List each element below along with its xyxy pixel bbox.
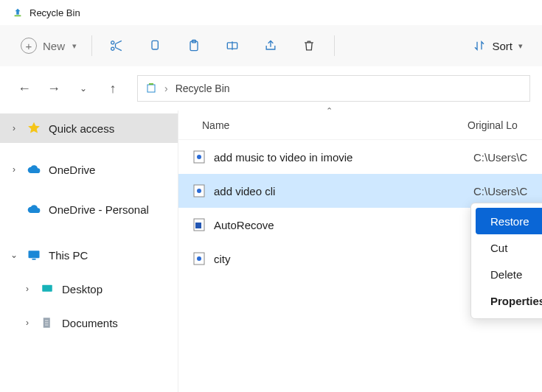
title-bar: Recycle Bin [0, 0, 542, 25]
share-button[interactable] [251, 31, 290, 60]
svg-rect-7 [29, 251, 40, 258]
file-name: AutoRecove [214, 219, 473, 231]
context-menu: Restore Cut Delete Properties [470, 203, 542, 319]
separator [91, 35, 92, 56]
table-row[interactable]: add music to video in imovie C:\Users\C [178, 140, 542, 174]
file-location: C:\Users\C [473, 185, 527, 197]
sidebar-item-this-pc[interactable]: ⌄ This PC [0, 240, 178, 270]
html-file-icon [190, 150, 208, 164]
copy-icon [148, 38, 163, 53]
chevron-down-icon: ⌄ [9, 250, 19, 260]
separator [334, 35, 335, 56]
word-file-icon [190, 218, 208, 231]
cloud-icon [27, 162, 41, 177]
recent-dropdown[interactable]: ⌄ [71, 76, 96, 101]
cut-button[interactable] [98, 31, 136, 60]
sidebar-item-quick-access[interactable]: › Quick access [0, 113, 178, 143]
svg-rect-9 [42, 285, 52, 292]
copy-button[interactable] [136, 31, 175, 60]
svg-rect-1 [152, 41, 158, 49]
column-header-name[interactable]: Name [202, 119, 468, 131]
svg-point-21 [197, 256, 201, 261]
chevron-down-icon: ▾ [72, 41, 77, 51]
sidebar-item-label: OneDrive - Personal [49, 203, 149, 216]
rename-icon [225, 38, 240, 53]
delete-button[interactable] [290, 31, 328, 60]
window-title: Recycle Bin [29, 7, 80, 18]
sidebar-item-label: Quick access [49, 122, 114, 135]
sort-button[interactable]: Sort ▾ [465, 31, 530, 60]
column-header-row: Name Original Lo [178, 111, 542, 140]
file-name: add video cli [214, 185, 473, 197]
sidebar-item-label: Documents [62, 317, 118, 329]
share-icon [263, 38, 278, 53]
forward-button[interactable]: → [41, 76, 66, 101]
sidebar-item-onedrive-personal[interactable]: OneDrive - Personal [0, 195, 178, 224]
desktop-icon [40, 281, 55, 296]
svg-rect-6 [147, 85, 155, 92]
chevron-right-icon: › [9, 123, 19, 133]
toolbar: + New ▾ Sort ▾ [0, 25, 542, 66]
html-file-icon [190, 252, 208, 265]
trash-icon [302, 38, 316, 53]
chevron-down-icon: ▾ [518, 41, 523, 51]
sidebar-item-label: This PC [49, 249, 88, 262]
breadcrumb-chevron-icon: › [164, 83, 168, 94]
navigation-row: ← → ⌄ ↑ › Recycle Bin [0, 66, 542, 111]
sidebar-item-label: Desktop [62, 283, 103, 295]
chevron-right-icon: › [22, 284, 32, 294]
new-button[interactable]: + New ▾ [12, 31, 86, 60]
sidebar-item-label: OneDrive [49, 164, 95, 176]
document-icon [40, 315, 55, 330]
back-button[interactable]: ← [12, 76, 37, 101]
new-label: New [43, 40, 65, 52]
svg-point-15 [197, 155, 201, 159]
sidebar-item-documents[interactable]: › Documents [0, 308, 178, 337]
svg-point-17 [197, 189, 201, 193]
star-icon [27, 121, 41, 136]
clipboard-icon [187, 38, 201, 53]
html-file-icon [190, 184, 208, 197]
sidebar-item-desktop[interactable]: › Desktop [0, 274, 178, 304]
context-menu-properties[interactable]: Properties [476, 287, 542, 314]
recycle-bin-icon [145, 82, 157, 96]
sort-label: Sort [492, 40, 513, 52]
context-menu-cut[interactable]: Cut [476, 234, 542, 261]
recycle-bin-icon [12, 7, 24, 18]
svg-rect-0 [15, 15, 21, 17]
navigation-sidebar: › Quick access › OneDrive OneDrive - Per… [0, 111, 178, 392]
file-name: add music to video in imovie [214, 151, 473, 164]
sidebar-item-onedrive[interactable]: › OneDrive [0, 155, 178, 184]
file-name: city [214, 253, 473, 265]
column-header-original-location[interactable]: Original Lo [468, 119, 518, 131]
plus-icon: + [21, 38, 37, 54]
chevron-right-icon: › [9, 164, 19, 175]
address-bar[interactable]: › Recycle Bin [137, 75, 530, 102]
up-button[interactable]: ↑ [100, 76, 125, 101]
cloud-icon [27, 202, 41, 217]
context-menu-restore[interactable]: Restore [476, 208, 542, 234]
chevron-right-icon: › [22, 318, 32, 328]
rename-button[interactable] [213, 31, 251, 60]
file-location: C:\Users\C [473, 151, 527, 164]
svg-rect-19 [195, 223, 201, 228]
scissors-icon [110, 38, 125, 53]
svg-rect-8 [32, 259, 36, 260]
paste-button[interactable] [175, 31, 213, 60]
sort-icon [473, 39, 486, 52]
monitor-icon [27, 248, 41, 262]
file-list-pane: ⌃ Name Original Lo add music to video in… [178, 111, 542, 392]
context-menu-delete[interactable]: Delete [476, 261, 542, 287]
breadcrumb-folder[interactable]: Recycle Bin [176, 83, 230, 94]
